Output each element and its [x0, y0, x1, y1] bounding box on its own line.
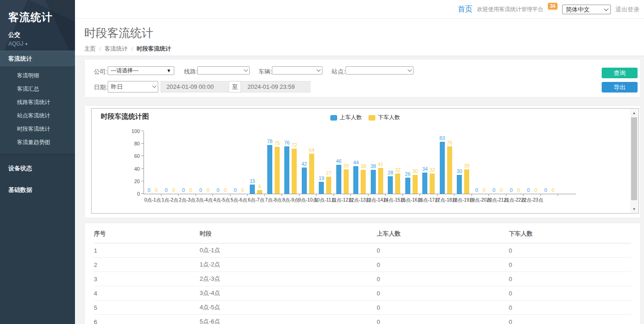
bar-alighting: 27 — [326, 177, 331, 194]
y-axis-label: 20 — [126, 179, 140, 184]
table-cell: 0 — [509, 286, 631, 301]
table-cell: 0 — [377, 315, 509, 324]
company-select[interactable]: ---请选择--- ▼ — [108, 66, 174, 75]
bar — [250, 185, 255, 194]
bar-value-label: 15 — [250, 179, 255, 184]
table-cell: 4点-5点 — [200, 301, 377, 315]
sidebar-item-period-stats[interactable]: 时段客流统计 — [0, 122, 75, 136]
bar-boarding: 38 — [371, 170, 376, 194]
chart-category-group: 002点-3点 — [178, 132, 196, 194]
chart-category-group: 000点-1点 — [144, 132, 161, 194]
bar-alighting: 39 — [344, 169, 349, 194]
chart-title: 时段车流统计图 — [101, 112, 149, 121]
sidebar-item-flow-trend[interactable]: 客流量趋势图 — [0, 136, 75, 149]
line-label: 线路: — [184, 68, 198, 76]
logout-link[interactable]: 退出登录 — [615, 6, 639, 14]
bar — [353, 166, 358, 194]
vehicle-select[interactable] — [272, 66, 322, 75]
line-select[interactable] — [197, 66, 250, 75]
table-cell: 0 — [509, 315, 631, 324]
bar-alighting: 30 — [413, 175, 418, 194]
bar-boarding: 30 — [457, 175, 462, 194]
bar-alighting: 32 — [395, 174, 400, 194]
sidebar-item-line-stats[interactable]: 线路客流统计 — [0, 96, 75, 109]
chart-category-group: 001点-2点 — [161, 132, 179, 194]
bar-value-label: 19 — [319, 176, 324, 181]
scrollbar-down-arrow-icon[interactable]: ▼ — [630, 205, 638, 213]
station-label: 站点: — [332, 68, 345, 76]
legend-swatch-boarding — [330, 115, 337, 121]
bar — [447, 146, 452, 194]
table-body: 10点-1点0021点-2点0032点-3点0043点-4点0054点-5点00… — [94, 243, 631, 324]
bar — [302, 168, 307, 194]
export-button[interactable]: 导出 — [602, 82, 638, 93]
legend-item-alighting[interactable]: 下车人数 — [368, 114, 400, 122]
bar — [405, 178, 410, 194]
y-axis-label: 60 — [126, 153, 140, 159]
chart-box: 时段车流统计图 上车人数 下车人数 020406080100000点-1点001… — [91, 108, 639, 214]
table-cell: 5 — [94, 301, 200, 315]
chart-category-group: 263015点-16点 — [403, 132, 420, 194]
breadcrumb-passenger-stats[interactable]: 客流统计 — [104, 45, 127, 53]
bar — [326, 177, 331, 194]
bar-value-label: 0 — [510, 188, 512, 193]
breadcrumb-current: 时段客流统计 — [137, 45, 171, 53]
y-axis-tick — [141, 131, 144, 131]
bar — [378, 168, 383, 194]
table-cell: 0 — [509, 272, 631, 286]
bar-value-label: 0 — [234, 188, 236, 193]
date-from-input[interactable]: 2024-01-09 00:00 — [161, 81, 228, 93]
bar-value-label: 83 — [439, 136, 445, 141]
chart-legend: 上车人数 下车人数 — [330, 114, 400, 122]
bar-alighting: 64 — [309, 154, 314, 194]
scrollbar-up-arrow-icon[interactable]: ▲ — [630, 109, 638, 116]
scrollbar-thumb[interactable] — [631, 117, 637, 200]
sidebar-item-device-status[interactable]: 设备状态 — [0, 161, 75, 176]
chart-vertical-scrollbar[interactable]: ▲ ▼ — [630, 109, 638, 213]
org-code-dropdown[interactable]: AQGJ ▾ — [8, 40, 75, 47]
station-select[interactable] — [345, 66, 414, 75]
bar-value-label: 39 — [343, 163, 349, 168]
bar-value-label: 78 — [267, 139, 272, 144]
sidebar-item-passenger-summary[interactable]: 客流汇总 — [0, 82, 75, 96]
table-cell: 5点-6点 — [200, 315, 377, 324]
bar-value-label: 0 — [535, 188, 537, 193]
bar-boarding: 83 — [440, 142, 445, 194]
language-select[interactable]: 简体中文 — [562, 5, 611, 14]
chart-category-group: 0019点-20点 — [472, 132, 489, 194]
chevron-down-icon — [244, 67, 248, 71]
bar — [430, 174, 435, 194]
bar-value-label: 42 — [301, 162, 307, 167]
table-cell: 0 — [377, 243, 509, 258]
y-axis-label: 100 — [126, 128, 140, 134]
date-to-input[interactable]: 2024-01-09 23:59 — [242, 81, 310, 93]
sidebar-item-passenger-detail[interactable]: 客流明细 — [0, 69, 75, 82]
app-root: 客流统计 公交 AQGJ ▾ 客流统计 客流明细 客流汇总 线路客流统计 站点客… — [0, 0, 644, 324]
bar — [395, 174, 400, 194]
sidebar-item-station-stats[interactable]: 站点客流统计 — [0, 109, 75, 122]
notification-badge[interactable]: 34 — [548, 3, 558, 10]
legend-item-boarding[interactable]: 上车人数 — [330, 114, 362, 122]
bar-value-label: 32 — [395, 168, 401, 173]
breadcrumb-home[interactable]: 主页 — [84, 45, 96, 53]
sidebar-item-base-data[interactable]: 基础数据 — [0, 182, 75, 197]
date-label: 日期: — [94, 83, 108, 92]
table-cell: 3点-4点 — [200, 286, 377, 301]
chart-category-group: 384113点-14点 — [368, 132, 386, 194]
query-button[interactable]: 查询 — [602, 68, 638, 78]
sidebar-item-passenger-stats[interactable]: 客流统计 — [0, 51, 75, 66]
chevron-down-icon — [408, 67, 412, 71]
data-table-panel: 序号时段上车人数下车人数 10点-1点0021点-2点0032点-3点0043点… — [84, 223, 641, 324]
bar — [457, 175, 462, 194]
bar-value-label: 76 — [284, 140, 290, 145]
x-axis-label: 2点-3点 — [179, 197, 196, 203]
date-preset-select[interactable]: 昨日 — [108, 81, 158, 93]
bar-alighting: 76 — [447, 146, 452, 194]
home-link[interactable]: 首页 — [458, 5, 472, 14]
chart-category-group: 0021点-22点 — [506, 132, 524, 194]
table-header-cell: 序号 — [94, 223, 200, 243]
bar-value-label: 0 — [182, 188, 185, 193]
chart-category-group: 005点-6点 — [230, 132, 248, 194]
table-row: 10点-1点00 — [94, 243, 631, 258]
chart-category-group: 192710点-11点 — [316, 132, 334, 194]
